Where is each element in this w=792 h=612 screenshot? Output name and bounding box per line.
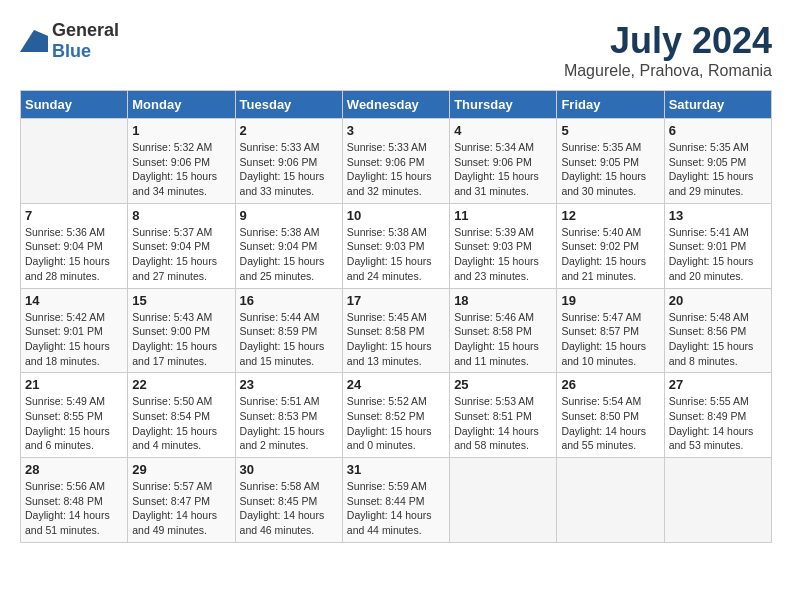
- day-number: 6: [669, 123, 767, 138]
- calendar-cell: 27Sunrise: 5:55 AMSunset: 8:49 PMDayligh…: [664, 373, 771, 458]
- day-number: 3: [347, 123, 445, 138]
- calendar-cell: [664, 458, 771, 543]
- day-info: Sunrise: 5:38 AMSunset: 9:03 PMDaylight:…: [347, 225, 445, 284]
- day-info: Sunrise: 5:37 AMSunset: 9:04 PMDaylight:…: [132, 225, 230, 284]
- main-title: July 2024: [564, 20, 772, 62]
- calendar-cell: 9Sunrise: 5:38 AMSunset: 9:04 PMDaylight…: [235, 203, 342, 288]
- day-info: Sunrise: 5:56 AMSunset: 8:48 PMDaylight:…: [25, 479, 123, 538]
- day-info: Sunrise: 5:34 AMSunset: 9:06 PMDaylight:…: [454, 140, 552, 199]
- day-info: Sunrise: 5:43 AMSunset: 9:00 PMDaylight:…: [132, 310, 230, 369]
- day-number: 25: [454, 377, 552, 392]
- calendar-cell: 20Sunrise: 5:48 AMSunset: 8:56 PMDayligh…: [664, 288, 771, 373]
- day-number: 10: [347, 208, 445, 223]
- logo-icon: [20, 30, 48, 52]
- title-section: July 2024 Magurele, Prahova, Romania: [564, 20, 772, 80]
- weekday-header: Saturday: [664, 91, 771, 119]
- day-number: 7: [25, 208, 123, 223]
- day-info: Sunrise: 5:44 AMSunset: 8:59 PMDaylight:…: [240, 310, 338, 369]
- day-number: 9: [240, 208, 338, 223]
- calendar-cell: 26Sunrise: 5:54 AMSunset: 8:50 PMDayligh…: [557, 373, 664, 458]
- day-number: 31: [347, 462, 445, 477]
- day-number: 14: [25, 293, 123, 308]
- weekday-header: Thursday: [450, 91, 557, 119]
- calendar-cell: 24Sunrise: 5:52 AMSunset: 8:52 PMDayligh…: [342, 373, 449, 458]
- day-number: 28: [25, 462, 123, 477]
- day-info: Sunrise: 5:40 AMSunset: 9:02 PMDaylight:…: [561, 225, 659, 284]
- day-number: 27: [669, 377, 767, 392]
- weekday-header: Tuesday: [235, 91, 342, 119]
- calendar-cell: 22Sunrise: 5:50 AMSunset: 8:54 PMDayligh…: [128, 373, 235, 458]
- day-info: Sunrise: 5:33 AMSunset: 9:06 PMDaylight:…: [347, 140, 445, 199]
- logo-text: General Blue: [52, 20, 119, 62]
- day-number: 19: [561, 293, 659, 308]
- calendar-week-row: 21Sunrise: 5:49 AMSunset: 8:55 PMDayligh…: [21, 373, 772, 458]
- day-info: Sunrise: 5:50 AMSunset: 8:54 PMDaylight:…: [132, 394, 230, 453]
- day-info: Sunrise: 5:39 AMSunset: 9:03 PMDaylight:…: [454, 225, 552, 284]
- calendar-cell: [557, 458, 664, 543]
- day-info: Sunrise: 5:41 AMSunset: 9:01 PMDaylight:…: [669, 225, 767, 284]
- day-number: 15: [132, 293, 230, 308]
- weekday-header: Friday: [557, 91, 664, 119]
- logo-general: General: [52, 20, 119, 40]
- calendar-cell: [21, 119, 128, 204]
- day-number: 5: [561, 123, 659, 138]
- logo-blue: Blue: [52, 41, 91, 61]
- day-number: 11: [454, 208, 552, 223]
- weekday-header: Sunday: [21, 91, 128, 119]
- day-number: 30: [240, 462, 338, 477]
- calendar-cell: 4Sunrise: 5:34 AMSunset: 9:06 PMDaylight…: [450, 119, 557, 204]
- day-number: 4: [454, 123, 552, 138]
- day-number: 8: [132, 208, 230, 223]
- day-info: Sunrise: 5:33 AMSunset: 9:06 PMDaylight:…: [240, 140, 338, 199]
- calendar-cell: 6Sunrise: 5:35 AMSunset: 9:05 PMDaylight…: [664, 119, 771, 204]
- calendar-cell: 31Sunrise: 5:59 AMSunset: 8:44 PMDayligh…: [342, 458, 449, 543]
- day-info: Sunrise: 5:55 AMSunset: 8:49 PMDaylight:…: [669, 394, 767, 453]
- calendar-cell: 21Sunrise: 5:49 AMSunset: 8:55 PMDayligh…: [21, 373, 128, 458]
- day-number: 23: [240, 377, 338, 392]
- calendar-week-row: 1Sunrise: 5:32 AMSunset: 9:06 PMDaylight…: [21, 119, 772, 204]
- day-info: Sunrise: 5:32 AMSunset: 9:06 PMDaylight:…: [132, 140, 230, 199]
- day-info: Sunrise: 5:49 AMSunset: 8:55 PMDaylight:…: [25, 394, 123, 453]
- day-number: 20: [669, 293, 767, 308]
- svg-marker-1: [20, 30, 48, 52]
- calendar-cell: 5Sunrise: 5:35 AMSunset: 9:05 PMDaylight…: [557, 119, 664, 204]
- day-info: Sunrise: 5:59 AMSunset: 8:44 PMDaylight:…: [347, 479, 445, 538]
- day-info: Sunrise: 5:52 AMSunset: 8:52 PMDaylight:…: [347, 394, 445, 453]
- day-number: 1: [132, 123, 230, 138]
- calendar-cell: 17Sunrise: 5:45 AMSunset: 8:58 PMDayligh…: [342, 288, 449, 373]
- calendar-cell: 8Sunrise: 5:37 AMSunset: 9:04 PMDaylight…: [128, 203, 235, 288]
- calendar-cell: 12Sunrise: 5:40 AMSunset: 9:02 PMDayligh…: [557, 203, 664, 288]
- day-info: Sunrise: 5:48 AMSunset: 8:56 PMDaylight:…: [669, 310, 767, 369]
- day-info: Sunrise: 5:54 AMSunset: 8:50 PMDaylight:…: [561, 394, 659, 453]
- page-header: General Blue July 2024 Magurele, Prahova…: [20, 20, 772, 80]
- calendar-cell: 29Sunrise: 5:57 AMSunset: 8:47 PMDayligh…: [128, 458, 235, 543]
- calendar-cell: 18Sunrise: 5:46 AMSunset: 8:58 PMDayligh…: [450, 288, 557, 373]
- calendar-cell: 14Sunrise: 5:42 AMSunset: 9:01 PMDayligh…: [21, 288, 128, 373]
- day-info: Sunrise: 5:57 AMSunset: 8:47 PMDaylight:…: [132, 479, 230, 538]
- day-info: Sunrise: 5:45 AMSunset: 8:58 PMDaylight:…: [347, 310, 445, 369]
- day-info: Sunrise: 5:46 AMSunset: 8:58 PMDaylight:…: [454, 310, 552, 369]
- calendar-cell: 25Sunrise: 5:53 AMSunset: 8:51 PMDayligh…: [450, 373, 557, 458]
- weekday-header: Monday: [128, 91, 235, 119]
- calendar-header-row: SundayMondayTuesdayWednesdayThursdayFrid…: [21, 91, 772, 119]
- day-number: 13: [669, 208, 767, 223]
- day-info: Sunrise: 5:51 AMSunset: 8:53 PMDaylight:…: [240, 394, 338, 453]
- day-info: Sunrise: 5:58 AMSunset: 8:45 PMDaylight:…: [240, 479, 338, 538]
- day-number: 21: [25, 377, 123, 392]
- day-number: 16: [240, 293, 338, 308]
- calendar-cell: 3Sunrise: 5:33 AMSunset: 9:06 PMDaylight…: [342, 119, 449, 204]
- day-number: 22: [132, 377, 230, 392]
- calendar-week-row: 14Sunrise: 5:42 AMSunset: 9:01 PMDayligh…: [21, 288, 772, 373]
- calendar-week-row: 7Sunrise: 5:36 AMSunset: 9:04 PMDaylight…: [21, 203, 772, 288]
- day-number: 2: [240, 123, 338, 138]
- day-info: Sunrise: 5:35 AMSunset: 9:05 PMDaylight:…: [561, 140, 659, 199]
- day-number: 24: [347, 377, 445, 392]
- day-number: 17: [347, 293, 445, 308]
- calendar-cell: 1Sunrise: 5:32 AMSunset: 9:06 PMDaylight…: [128, 119, 235, 204]
- day-info: Sunrise: 5:53 AMSunset: 8:51 PMDaylight:…: [454, 394, 552, 453]
- day-info: Sunrise: 5:35 AMSunset: 9:05 PMDaylight:…: [669, 140, 767, 199]
- weekday-header: Wednesday: [342, 91, 449, 119]
- day-info: Sunrise: 5:42 AMSunset: 9:01 PMDaylight:…: [25, 310, 123, 369]
- calendar-cell: 28Sunrise: 5:56 AMSunset: 8:48 PMDayligh…: [21, 458, 128, 543]
- calendar-cell: 7Sunrise: 5:36 AMSunset: 9:04 PMDaylight…: [21, 203, 128, 288]
